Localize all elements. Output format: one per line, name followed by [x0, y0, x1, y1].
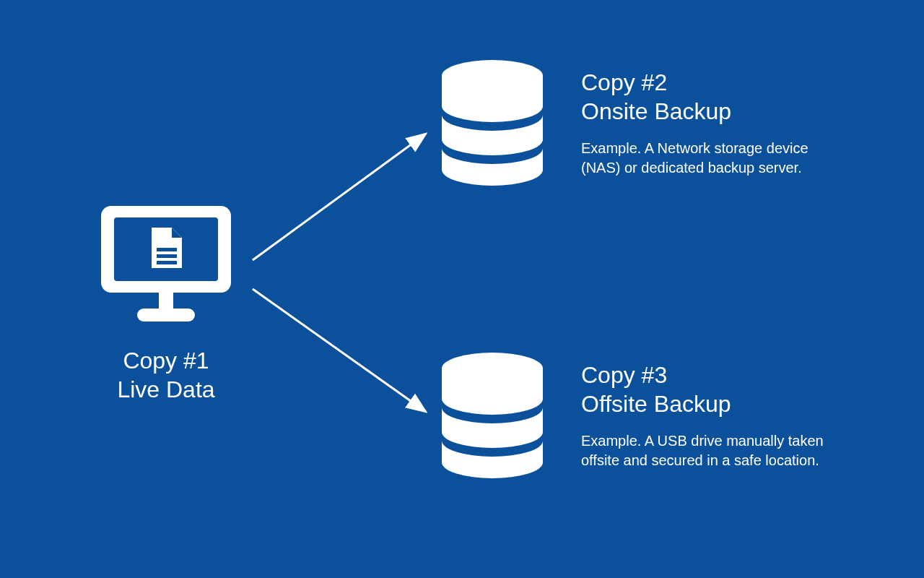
- svg-rect-5: [157, 248, 177, 251]
- destination-offsite: Copy #3 Offsite Backup Example. A USB dr…: [433, 347, 834, 484]
- offsite-title-line1: Copy #3: [581, 361, 834, 389]
- svg-rect-4: [137, 309, 195, 322]
- svg-rect-6: [157, 254, 177, 258]
- svg-rect-3: [159, 293, 173, 309]
- onsite-title-line1: Copy #2: [581, 68, 834, 97]
- database-icon: [433, 347, 552, 484]
- onsite-title-line2: Onsite Backup: [581, 97, 834, 126]
- arrow-to-onsite: [253, 134, 426, 260]
- onsite-title: Copy #2 Onsite Backup: [581, 68, 834, 126]
- source-node: Copy #1 Live Data: [83, 199, 249, 404]
- onsite-description: Example. A Network storage device (NAS) …: [581, 139, 834, 178]
- svg-rect-7: [157, 261, 177, 264]
- offsite-description: Example. A USB drive manually taken offs…: [581, 431, 834, 470]
- source-title-line2: Live Data: [83, 375, 249, 404]
- monitor-document-icon: [94, 199, 238, 336]
- database-icon: [433, 54, 552, 191]
- arrow-to-offsite: [253, 289, 426, 412]
- destination-onsite: Copy #2 Onsite Backup Example. A Network…: [433, 54, 834, 191]
- offsite-title: Copy #3 Offsite Backup: [581, 361, 834, 418]
- source-title-line1: Copy #1: [83, 346, 249, 375]
- source-label: Copy #1 Live Data: [83, 346, 249, 404]
- offsite-title-line2: Offsite Backup: [581, 389, 834, 418]
